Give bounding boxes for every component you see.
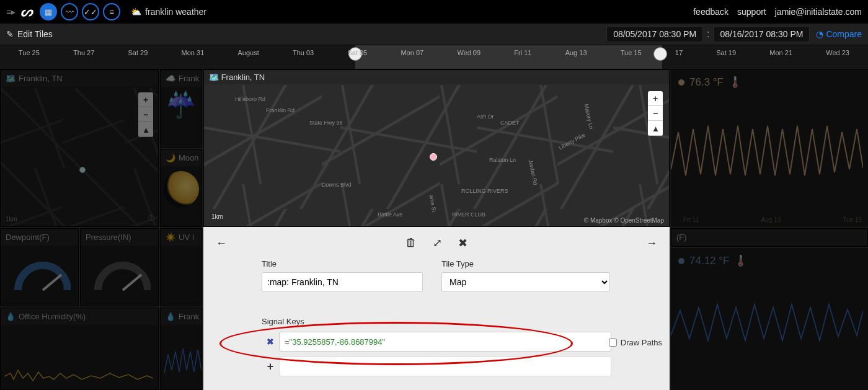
tile-moon[interactable]: 🌙Moon [160, 149, 202, 227]
tile-office-humidity[interactable]: 💧Office Humidity(%) [0, 308, 159, 390]
tile-title-input[interactable] [262, 272, 423, 292]
temp-value: 76.3 °F [689, 76, 724, 89]
gauge-icon [9, 253, 71, 296]
umbrella-icon: ☔ [161, 91, 202, 120]
account-link[interactable]: jamie@initialstate.com [775, 7, 862, 17]
tile-pressure[interactable]: Pressure(IN) [80, 228, 159, 306]
prev-tile-button[interactable]: ← [216, 237, 227, 250]
tile-dewpoint[interactable]: Dewpoint(F) [0, 228, 79, 306]
thermometer-icon: 🌡️ [728, 76, 742, 89]
moon-phase-icon [163, 171, 199, 207]
tile-forecast[interactable]: ☁️Frank ☔ [160, 69, 202, 148]
info-icon[interactable]: ⓘ [148, 214, 154, 223]
zoom-controls[interactable]: +−▴ [648, 91, 663, 136]
draw-paths-checkbox[interactable] [609, 339, 617, 347]
support-link[interactable]: support [737, 7, 766, 17]
map-attribution: © Mapbox © OpenStreetMap [584, 217, 664, 224]
gauge-icon [89, 253, 151, 296]
map-icon: 🗺️ [209, 73, 219, 82]
tile-editor-panel: ← 🗑 ⤢ ✖ → Title Tile Type Map Signal Key… [203, 227, 670, 390]
bucket-name: franklin weather [145, 7, 206, 17]
map-scale: 1km [6, 216, 17, 223]
tile-map-small[interactable]: 🗺️Franklin, TN +−▴ 1km ⓘ [0, 69, 159, 227]
tile-temperature-2[interactable]: 74.12 °F🌡️ [671, 248, 868, 390]
map-icon: 🗺️ [6, 74, 16, 83]
tile-humidity-right-title[interactable]: (F) [671, 228, 868, 247]
remove-key-button[interactable]: ✖ [262, 337, 279, 347]
clock-icon: ◔ [816, 29, 823, 39]
type-label: Tile Type [441, 259, 610, 268]
weather-icon: ⛅ [131, 7, 141, 17]
close-editor-button[interactable]: ✖ [458, 236, 467, 250]
date-from-input[interactable]: 08/05/2017 08:30 PM [606, 26, 703, 42]
edit-tiles-button[interactable]: ✎ Edit Tiles [6, 29, 53, 39]
humidity-sparkline [671, 273, 863, 366]
tile-franklin-humidity[interactable]: 💧Frank [160, 308, 202, 390]
timeline-ticks: Tue 25 Thu 27 Sat 29 Mon 31 August Thu 0… [0, 49, 868, 56]
expand-tile-button[interactable]: ⤢ [433, 236, 442, 250]
map-marker [79, 167, 86, 173]
thermometer-icon: 🌡️ [734, 254, 747, 267]
pencil-icon: ✎ [6, 29, 14, 39]
new-key-input[interactable] [279, 357, 611, 376]
view-lines-button[interactable]: ✓✓ [82, 3, 99, 20]
view-waves-button[interactable]: 〰 [61, 3, 78, 20]
tile-temperature-1[interactable]: 76.3 °F🌡️ Fri 11Aug 13Tue 15 [671, 69, 868, 227]
zoom-controls[interactable]: +−▴ [138, 92, 153, 137]
signal-key-input[interactable]: ="35.9255857,-86.8687994" [279, 332, 611, 352]
map-pin [430, 153, 437, 161]
view-tiles-button[interactable]: ▦ [40, 3, 57, 20]
sparkline [4, 342, 153, 386]
tile-map-large[interactable]: 🗺️ Franklin, TN State Hwy 96 Hillsboro R… [203, 69, 670, 227]
feedback-link[interactable]: feedback [693, 7, 728, 17]
map-scale: 1km [211, 213, 223, 220]
svg-line-0 [43, 275, 61, 290]
signal-keys-label: Signal Keys [262, 317, 304, 326]
logo: ᔕ [20, 4, 33, 20]
date-to-input[interactable]: 08/16/2017 08:30 PM [714, 26, 810, 42]
timeline[interactable]: Tue 25 Thu 27 Sat 29 Mon 31 August Thu 0… [0, 45, 868, 69]
temp-sparkline [671, 95, 863, 200]
title-label: Title [262, 259, 423, 268]
draw-paths-label: Draw Paths [621, 338, 662, 347]
date-separator: : [703, 29, 713, 40]
next-tile-button[interactable]: → [646, 237, 657, 250]
compare-button[interactable]: ◔ Compare [816, 29, 862, 39]
tile-uv[interactable]: ☀️UV I [160, 228, 202, 306]
delete-tile-button[interactable]: 🗑 [405, 236, 417, 250]
sparkline [164, 336, 202, 386]
add-key-button[interactable]: + [262, 360, 279, 373]
svg-line-1 [123, 275, 141, 290]
menu-icon[interactable]: ≡▸ [6, 7, 16, 17]
temp-value: 74.12 °F [689, 255, 729, 267]
tile-type-select[interactable]: Map [441, 272, 610, 292]
view-source-button[interactable]: ≡ [103, 3, 120, 20]
